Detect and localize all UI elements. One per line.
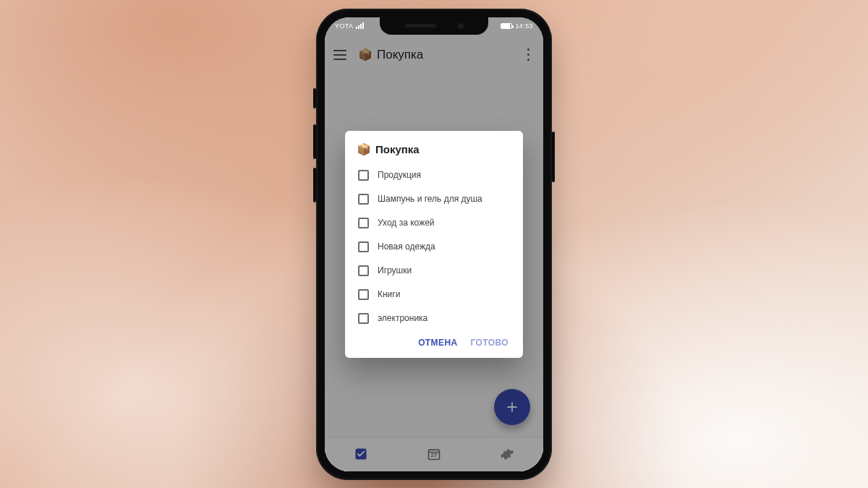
list-item[interactable]: Новая одежда: [357, 235, 511, 259]
list-item-label: Новая одежда: [378, 241, 435, 252]
list-item[interactable]: Продукция: [357, 163, 511, 187]
clock-label: 14:53: [515, 22, 533, 30]
checkbox-icon[interactable]: [358, 313, 369, 324]
phone-notch: [380, 17, 488, 35]
battery-icon: [501, 23, 512, 29]
checkbox-icon[interactable]: [358, 170, 369, 181]
confirm-button[interactable]: ГОТОВО: [471, 338, 509, 348]
list-item-label: Игрушки: [378, 265, 412, 275]
list-item[interactable]: Уход за кожей: [357, 211, 511, 235]
checkbox-icon[interactable]: [358, 194, 369, 205]
list-item[interactable]: Игрушки: [357, 259, 511, 283]
checklist-dialog: 📦 Покупка ПродукцияШампунь и гель для ду…: [345, 131, 523, 358]
phone-screen: YOTA 14:53 📦 Покупка: [325, 17, 543, 471]
signal-icon: [356, 22, 364, 29]
carrier-label: YOTA: [335, 22, 353, 30]
checkbox-icon[interactable]: [358, 265, 369, 276]
cancel-button[interactable]: ОТМЕНА: [418, 338, 457, 348]
list-item[interactable]: Книги: [357, 283, 511, 307]
checkbox-icon[interactable]: [358, 218, 369, 228]
dialog-title-text: Покупка: [375, 143, 420, 155]
checkbox-icon[interactable]: [358, 241, 369, 252]
list-item-label: Шампунь и гель для душа: [378, 194, 482, 204]
list-item-label: электроника: [378, 313, 427, 323]
dialog-list: ПродукцияШампунь и гель для душаУход за …: [357, 163, 511, 330]
checkbox-icon[interactable]: [358, 289, 369, 300]
list-item-label: Продукция: [378, 170, 421, 180]
phone-mockup: YOTA 14:53 📦 Покупка: [316, 9, 552, 480]
list-item[interactable]: Шампунь и гель для душа: [357, 187, 511, 211]
list-item-label: Уход за кожей: [378, 218, 435, 228]
dialog-title: 📦 Покупка: [357, 142, 511, 156]
dialog-actions: ОТМЕНА ГОТОВО: [357, 330, 511, 352]
list-item-label: Книги: [378, 289, 400, 299]
box-icon: 📦: [357, 142, 371, 156]
list-item[interactable]: электроника: [357, 307, 511, 330]
